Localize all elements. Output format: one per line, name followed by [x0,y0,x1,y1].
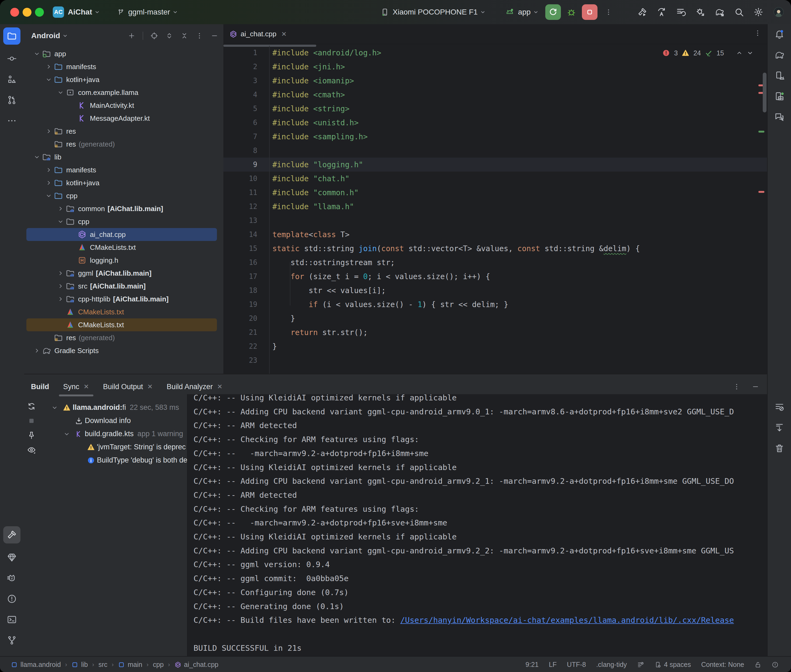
stop-build-button[interactable] [27,416,36,426]
status-caret-position[interactable]: 9:21 [525,661,539,669]
vertical-scrollbar[interactable] [763,73,767,112]
tool-stripe-pull-requests[interactable] [5,93,19,107]
sync-project-button[interactable] [656,7,667,17]
chevron-down-icon[interactable] [61,430,73,437]
tool-stripe-soft-wrap[interactable] [773,400,786,414]
line-number[interactable]: 20 [223,314,269,322]
line-number[interactable]: 2 [223,62,269,71]
line-number[interactable]: 10 [223,174,269,182]
line-number[interactable]: 12 [223,203,269,211]
tree-item-cmakelists-txt[interactable]: CMakeLists.txt [26,241,217,254]
hide-build-panel-icon[interactable] [751,382,759,391]
tree-item-app[interactable]: app [26,47,217,60]
close-tab-icon[interactable]: ✕ [84,383,89,390]
tool-stripe-problems[interactable] [5,592,19,606]
tree-item-cpp[interactable]: cpp [26,215,217,228]
tree-item-cmakelists-txt[interactable]: CMakeLists.txt [26,306,217,318]
breadcrumb-cpp[interactable]: cpp [153,661,164,669]
status-ai-context[interactable]: Context: None [701,661,744,669]
chevron-right-icon[interactable] [55,204,66,213]
rerun-tasks-button[interactable] [676,7,686,17]
tool-stripe-logcat[interactable] [5,571,19,585]
close-tab-icon[interactable]: ✕ [217,383,222,390]
chevron-right-icon[interactable] [43,178,54,187]
close-window-button[interactable] [10,8,19,17]
filter-messages-button[interactable] [27,445,36,454]
chevron-right-icon[interactable] [43,165,54,174]
status-encoding[interactable]: UTF-8 [567,661,586,669]
zoom-window-button[interactable] [35,8,44,17]
panel-options-icon[interactable] [196,32,204,40]
stop-app-button[interactable] [582,4,597,20]
build-tree-item[interactable]: BuildType 'debug' is both de [48,454,187,467]
error-stripe-mark[interactable] [759,191,764,193]
line-number[interactable]: 7 [223,133,269,141]
select-opened-file-icon[interactable] [150,32,158,40]
build-tree-item[interactable]: 'jvmTarget: String' is deprec [48,440,187,454]
tool-stripe-device-manager[interactable] [773,69,786,82]
chevron-right-icon[interactable] [43,62,54,71]
rerun-app-button[interactable] [545,4,561,20]
tree-item-cpp[interactable]: cpp [26,189,217,202]
tree-item-com-example-llama[interactable]: com.example.llama [26,86,217,99]
tool-stripe-running-devices[interactable] [773,90,786,103]
prev-problem-icon[interactable] [736,50,743,56]
tree-item-ggml[interactable]: ggml[AiChat.lib.main] [26,267,217,280]
tree-item-manifests[interactable]: manifests [26,60,217,73]
chevron-down-icon[interactable] [32,49,42,58]
chevron-down-icon[interactable] [48,404,61,411]
tree-item-logging-h[interactable]: logging.h [26,254,217,267]
status-indent[interactable]: 4 spaces [654,661,691,669]
chevron-right-icon[interactable] [32,346,42,355]
chevron-down-icon[interactable] [32,152,42,162]
tool-stripe-scroll-to-end[interactable] [773,421,786,434]
line-number[interactable]: 5 [223,105,269,113]
minimize-window-button[interactable] [22,8,32,17]
build-project-button[interactable] [637,7,647,17]
line-number[interactable]: 21 [223,328,269,336]
chevron-down-icon[interactable] [55,217,66,226]
profile-avatar-button[interactable] [773,6,785,18]
line-number[interactable]: 4 [223,91,269,99]
breadcrumb-lib[interactable]: lib [71,661,88,669]
line-number[interactable]: 18 [223,286,269,294]
status-line-separator[interactable]: LF [549,661,557,669]
status-file-lock[interactable] [754,661,761,668]
project-widget[interactable]: AC AiChat ggml-master [53,0,178,24]
debug-app-button[interactable] [566,7,576,17]
build-tree-item[interactable]: build.gradle.ktsapp 1 warning [48,427,187,440]
chevron-right-icon[interactable] [55,269,66,278]
line-number[interactable]: 11 [223,189,269,197]
line-number[interactable]: 13 [223,216,269,224]
build-tab-build-analyzer[interactable]: Build Analyzer✕ [167,382,222,391]
tree-item-src[interactable]: src[AiChat.lib.main] [26,280,217,293]
line-number[interactable]: 3 [223,77,269,85]
line-number[interactable]: 15 [223,245,269,253]
chevron-right-icon[interactable] [43,126,54,136]
next-problem-icon[interactable] [747,50,754,56]
tool-stripe-clear-all[interactable] [773,442,786,455]
tree-item-manifests[interactable]: manifests [26,163,217,176]
line-number[interactable]: 23 [223,356,269,364]
console-file-link[interactable]: /Users/hanyin/Workspace/ai-chat/examples… [400,616,734,625]
add-button[interactable] [128,32,136,40]
tool-stripe-more-tool-windows[interactable] [5,114,19,128]
line-number[interactable]: 6 [223,118,269,126]
tree-item-res[interactable]: res(generated) [26,138,217,150]
chevron-right-icon[interactable] [55,282,66,291]
tab-ai-chat-cpp[interactable]: ai_chat.cpp ✕ [223,24,293,44]
line-number[interactable]: 17 [223,272,269,280]
tree-item-kotlin-java[interactable]: kotlin+java [26,176,217,189]
tree-item-mainactivity-kt[interactable]: MainActivity.kt [26,99,217,112]
tool-stripe-structure[interactable] [5,73,19,86]
tool-stripe-project[interactable] [3,27,21,45]
line-number[interactable]: 9 [223,160,269,169]
tool-stripe-notifications[interactable] [773,27,786,41]
project-view-selector[interactable]: Android [31,32,60,40]
tree-item-cpp-httplib[interactable]: cpp-httplib[AiChat.lib.main] [26,293,217,306]
tool-stripe-gradle[interactable] [773,48,786,62]
inspections-widget[interactable]: 3 24 15 [662,49,754,57]
hide-panel-icon[interactable] [210,32,218,40]
tree-item-common[interactable]: common[AiChat.lib.main] [26,202,217,215]
status-inspection-highlights[interactable] [772,661,779,668]
